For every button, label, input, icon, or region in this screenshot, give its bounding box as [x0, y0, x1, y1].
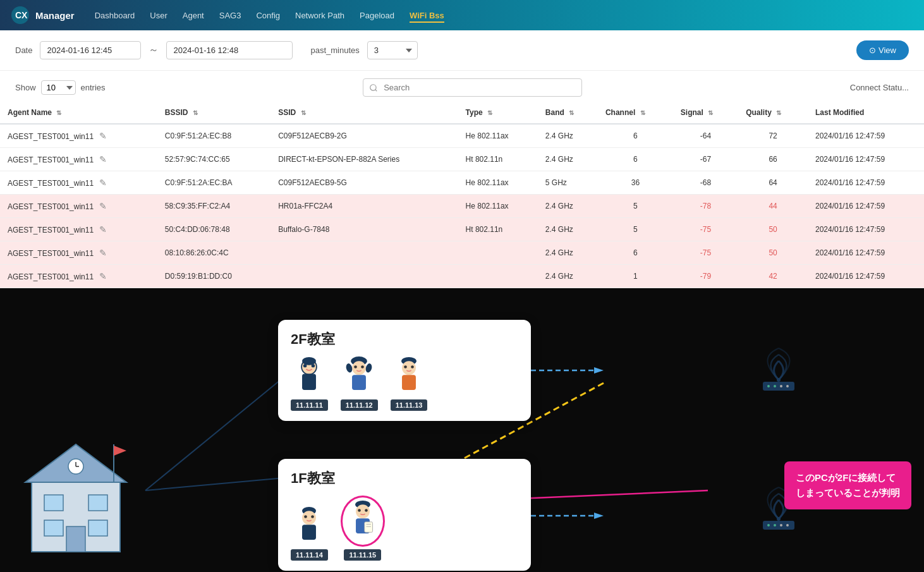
- nav-sag3[interactable]: SAG3: [219, 11, 241, 20]
- date-from-input[interactable]: [40, 41, 141, 59]
- table-row: AGEST_TEST001_win11 ✎ 52:57:9C:74:CC:65 …: [0, 148, 924, 171]
- cell-type: [458, 265, 538, 288]
- cell-bssid: 08:10:86:26:0C:4C: [157, 241, 271, 265]
- room-card-2f: 2F教室 11.11.11: [278, 320, 531, 421]
- nav-network-path[interactable]: Network Path: [295, 11, 344, 20]
- room-2f-title: 2F教室: [291, 330, 518, 349]
- cell-bssid: C0:9F:51:2A:EC:B8: [157, 124, 271, 148]
- svg-line-4: [145, 377, 284, 490]
- svg-point-36: [780, 385, 782, 387]
- nav-pageload[interactable]: Pageload: [360, 11, 394, 20]
- nav-agent[interactable]: Agent: [183, 11, 204, 20]
- svg-rect-16: [302, 374, 316, 390]
- svg-point-33: [777, 378, 781, 382]
- svg-point-35: [774, 385, 776, 387]
- figure-11-11-11: 11.11.11: [291, 356, 328, 411]
- svg-line-5: [145, 478, 284, 490]
- cell-channel: 6: [598, 124, 673, 148]
- room-2f-figures: 11.11.11 11.11.12: [291, 356, 518, 411]
- edit-icon[interactable]: ✎: [99, 248, 107, 258]
- date-to-input[interactable]: [166, 41, 293, 59]
- col-bssid[interactable]: BSSID ⇅: [157, 102, 271, 124]
- svg-text:CX: CX: [15, 10, 28, 20]
- cell-agent-name: AGEST_TEST001_win11 ✎: [0, 265, 157, 288]
- svg-point-42: [312, 515, 315, 518]
- edit-icon[interactable]: ✎: [99, 178, 107, 188]
- col-channel[interactable]: Channel ⇅: [598, 102, 673, 124]
- nav-dashboard[interactable]: Dashboard: [95, 11, 135, 20]
- svg-point-54: [774, 524, 776, 526]
- svg-point-52: [777, 517, 781, 521]
- svg-point-25: [354, 365, 357, 368]
- svg-rect-22: [352, 375, 366, 390]
- child-figure-boy2: [291, 506, 327, 547]
- annotation-box: このPCが2Fに接続してしまっていることが判明: [784, 461, 911, 509]
- main-nav: Dashboard User Agent SAG3 Config Network…: [95, 11, 444, 20]
- app-header: CX Manager Dashboard User Agent SAG3 Con…: [0, 0, 924, 30]
- col-agent-name[interactable]: Agent Name ⇅: [0, 102, 157, 124]
- table-row: AGEST_TEST001_win11 ✎ 50:C4:DD:06:78:48 …: [0, 218, 924, 241]
- edit-icon[interactable]: ✎: [99, 131, 107, 141]
- nav-config[interactable]: Config: [256, 11, 280, 20]
- figure-11-11-12: 11.11.12: [341, 356, 378, 411]
- cell-band: 2.4 GHz: [538, 265, 598, 288]
- col-quality[interactable]: Quality ⇅: [738, 102, 808, 124]
- past-minutes-select[interactable]: 3 1 2 5 10: [367, 41, 418, 59]
- svg-marker-13: [594, 513, 604, 519]
- cell-channel: 6: [598, 241, 673, 265]
- svg-point-30: [404, 365, 407, 368]
- edit-icon[interactable]: ✎: [99, 201, 107, 211]
- search-container: [363, 78, 582, 97]
- cell-channel: 5: [598, 195, 673, 218]
- entries-select[interactable]: 10 25 50: [41, 80, 76, 95]
- svg-rect-29: [402, 375, 416, 390]
- ip-badge-11-11-12: 11.11.12: [341, 399, 378, 411]
- router-2f-icon: [753, 345, 804, 396]
- edit-icon[interactable]: ✎: [99, 271, 107, 281]
- svg-marker-68: [114, 446, 126, 456]
- ip-badge-11-11-11: 11.11.11: [291, 399, 328, 411]
- svg-point-44: [356, 504, 370, 518]
- nav-wifi-bss[interactable]: WiFi Bss: [410, 11, 444, 20]
- cell-quality: 72: [738, 124, 808, 148]
- child-figure-girl3: [345, 500, 380, 540]
- svg-rect-60: [88, 495, 107, 511]
- svg-point-37: [786, 385, 789, 387]
- cell-last-modified: 2024/01/16 12:47:59: [808, 241, 924, 265]
- svg-point-56: [786, 524, 789, 526]
- cell-signal: -79: [673, 265, 738, 288]
- edit-icon[interactable]: ✎: [99, 224, 107, 234]
- svg-rect-63: [66, 526, 85, 552]
- cell-signal: -67: [673, 148, 738, 171]
- col-type[interactable]: Type ⇅: [458, 102, 538, 124]
- cell-last-modified: 2024/01/16 12:47:59: [808, 265, 924, 288]
- cell-type: [458, 241, 538, 265]
- cell-band: 5 GHz: [538, 171, 598, 195]
- col-band[interactable]: Band ⇅: [538, 102, 598, 124]
- cell-bssid: 52:57:9C:74:CC:65: [157, 148, 271, 171]
- tilde-separator: ～: [149, 44, 159, 57]
- edit-icon[interactable]: ✎: [99, 154, 107, 164]
- svg-point-28: [402, 361, 416, 375]
- search-input[interactable]: [363, 78, 582, 97]
- svg-point-55: [780, 524, 782, 526]
- cell-ssid: DIRECT-kt-EPSON-EP-882A Series: [271, 148, 458, 171]
- svg-point-31: [411, 365, 414, 368]
- svg-rect-61: [44, 520, 63, 536]
- cell-ssid: [271, 265, 458, 288]
- svg-point-19: [302, 357, 316, 365]
- cell-quality: 50: [738, 241, 808, 265]
- cell-type: He 802.11ax: [458, 171, 538, 195]
- figure-11-11-13: 11.11.13: [391, 356, 428, 411]
- cell-bssid: D0:59:19:B1:DD:C0: [157, 265, 271, 288]
- table-row: AGEST_TEST001_win11 ✎ C0:9F:51:2A:EC:B8 …: [0, 124, 924, 148]
- cell-quality: 44: [738, 195, 808, 218]
- cell-bssid: C0:9F:51:2A:EC:BA: [157, 171, 271, 195]
- nav-user[interactable]: User: [150, 11, 167, 20]
- cell-agent-name: AGEST_TEST001_win11 ✎: [0, 241, 157, 265]
- figure-11-11-15: 11.11.15: [341, 496, 385, 561]
- col-signal[interactable]: Signal ⇅: [673, 102, 738, 124]
- col-ssid[interactable]: SSID ⇅: [271, 102, 458, 124]
- cell-bssid: 50:C4:DD:06:78:48: [157, 218, 271, 241]
- view-button[interactable]: ⊙ View: [856, 40, 909, 60]
